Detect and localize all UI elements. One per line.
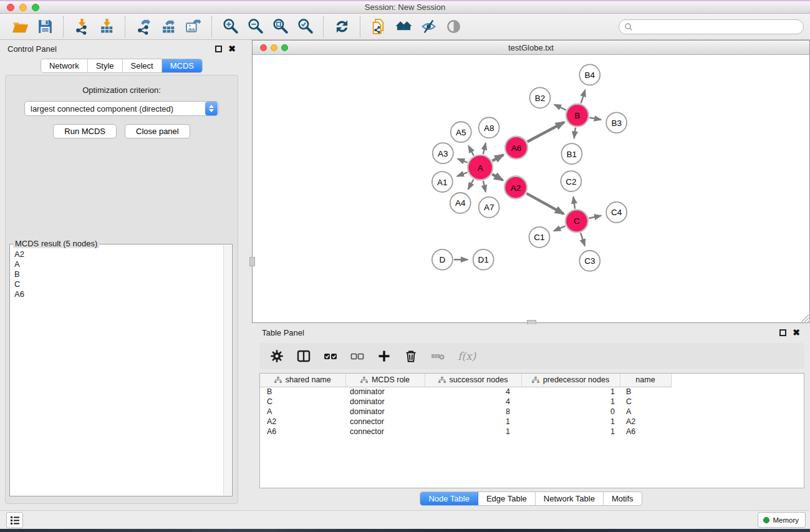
cell[interactable]: dominator xyxy=(345,387,425,397)
node-A5[interactable]: A5 xyxy=(451,122,471,142)
edge-B-B3[interactable] xyxy=(589,117,600,119)
edge-B-B1[interactable] xyxy=(574,128,576,138)
node-B4[interactable]: B4 xyxy=(579,64,600,85)
network-canvas[interactable]: B4B2BB3A5A8A6A3B1AC2A1A2A4A7C4CC1C3DD1 xyxy=(253,55,809,322)
node-D1[interactable]: D1 xyxy=(473,249,494,270)
column-header-successor-nodes[interactable]: successor nodes xyxy=(425,374,521,387)
cell[interactable]: A xyxy=(260,407,345,417)
tab-motifs[interactable]: Motifs xyxy=(604,492,642,505)
table-row[interactable]: Adominator80A xyxy=(260,407,804,417)
save-session-button[interactable] xyxy=(32,16,57,38)
open-session-button[interactable] xyxy=(7,16,32,38)
column-header-MCDS-role[interactable]: MCDS role xyxy=(345,374,425,387)
cell[interactable]: C xyxy=(260,397,345,407)
column-header-shared-name[interactable]: shared name xyxy=(260,374,345,387)
cell[interactable]: connector xyxy=(345,417,425,427)
export-table-button[interactable] xyxy=(156,16,181,38)
tab-select[interactable]: Select xyxy=(123,59,162,72)
node-A[interactable]: A xyxy=(468,155,493,180)
node-A1[interactable]: A1 xyxy=(432,172,453,192)
node-C2[interactable]: C2 xyxy=(561,171,581,191)
edge-A-A6[interactable] xyxy=(492,155,503,161)
node-C3[interactable]: C3 xyxy=(579,251,600,271)
node-D[interactable]: D xyxy=(432,249,453,270)
show-graphics-details-button[interactable] xyxy=(441,16,466,38)
cell[interactable]: 1 xyxy=(521,387,620,397)
show-panels-button[interactable] xyxy=(6,512,23,528)
tab-edge-table[interactable]: Edge Table xyxy=(478,492,536,505)
cell[interactable]: C xyxy=(620,397,671,407)
import-table-button[interactable] xyxy=(94,16,119,38)
edge-C-C1[interactable] xyxy=(554,226,565,231)
close-table-panel-icon[interactable]: ✖ xyxy=(793,329,800,336)
delete-table-button[interactable] xyxy=(431,349,445,364)
node-B1[interactable]: B1 xyxy=(561,143,582,164)
column-layout-button[interactable] xyxy=(297,349,311,364)
close-panel-icon[interactable]: ✖ xyxy=(228,46,236,52)
network-zoom-button[interactable] xyxy=(281,44,288,51)
import-network-button[interactable] xyxy=(69,16,94,38)
cell[interactable]: 0 xyxy=(521,407,620,417)
cell[interactable]: B xyxy=(260,387,345,397)
edge-A6-B[interactable] xyxy=(528,122,564,142)
node-A8[interactable]: A8 xyxy=(479,117,499,138)
edge-A-A3[interactable] xyxy=(458,159,468,163)
close-window-button[interactable] xyxy=(7,4,14,11)
node-C[interactable]: C xyxy=(566,210,588,232)
cell[interactable]: B xyxy=(620,387,671,397)
edge-C-C4[interactable] xyxy=(589,216,601,218)
float-panel-icon[interactable] xyxy=(215,46,222,52)
node-C1[interactable]: C1 xyxy=(529,227,550,248)
edge-A-A4[interactable] xyxy=(468,180,474,190)
cell[interactable]: 4 xyxy=(425,387,521,397)
table-row[interactable]: Bdominator41B xyxy=(260,387,804,397)
result-item[interactable]: A xyxy=(14,259,219,269)
zoom-selected-button[interactable] xyxy=(292,16,317,38)
tab-node-table[interactable]: Node Table xyxy=(420,492,478,505)
edge-A-A5[interactable] xyxy=(468,146,473,155)
hide-graphics-details-button[interactable] xyxy=(416,16,441,38)
optimization-criterion-select[interactable]: largest connected component (directed) xyxy=(24,101,219,116)
cell[interactable]: A6 xyxy=(260,427,345,437)
home-button[interactable] xyxy=(391,16,416,38)
mcds-result-list[interactable]: A2ABCA6 xyxy=(10,246,223,495)
table-row[interactable]: A2connector11A2 xyxy=(260,417,804,427)
edge-A2-C[interactable] xyxy=(527,193,564,214)
cell[interactable]: 1 xyxy=(521,427,620,437)
refresh-button[interactable] xyxy=(329,16,354,38)
settings-button[interactable] xyxy=(270,349,284,364)
node-B2[interactable]: B2 xyxy=(530,87,551,108)
result-item[interactable]: B xyxy=(14,269,219,279)
result-item[interactable]: C xyxy=(14,279,219,289)
cell[interactable]: A6 xyxy=(620,427,671,437)
node-B3[interactable]: B3 xyxy=(606,112,627,133)
close-panel-button[interactable]: Close panel xyxy=(125,124,190,138)
network-close-button[interactable] xyxy=(260,44,267,51)
column-header-predecessor-nodes[interactable]: predecessor nodes xyxy=(521,374,620,387)
cell[interactable]: 1 xyxy=(425,417,521,427)
tab-network[interactable]: Network xyxy=(41,59,88,72)
node-A2[interactable]: A2 xyxy=(504,177,527,199)
zoom-out-button[interactable] xyxy=(243,16,268,38)
search-input[interactable] xyxy=(633,22,803,32)
cell[interactable]: connector xyxy=(345,427,425,437)
result-item[interactable]: A2 xyxy=(14,249,219,259)
minimize-window-button[interactable] xyxy=(19,4,27,11)
edge-C-C2[interactable] xyxy=(573,197,575,209)
node-A6[interactable]: A6 xyxy=(505,137,528,159)
node-A3[interactable]: A3 xyxy=(433,143,453,163)
cell[interactable]: 8 xyxy=(425,407,521,417)
network-graph-svg[interactable]: B4B2BB3A5A8A6A3B1AC2A1A2A4A7C4CC1C3DD1 xyxy=(253,55,809,322)
tab-style[interactable]: Style xyxy=(88,59,123,72)
node-A7[interactable]: A7 xyxy=(479,197,499,218)
cell[interactable]: dominator xyxy=(345,407,425,417)
resize-grip-icon[interactable] xyxy=(801,314,809,322)
tab-network-table[interactable]: Network Table xyxy=(536,492,604,505)
node-B[interactable]: B xyxy=(566,104,589,127)
table-row[interactable]: Cdominator41C xyxy=(260,397,804,407)
cell[interactable]: A xyxy=(620,407,671,417)
cell[interactable]: A2 xyxy=(260,417,345,427)
network-minimize-button[interactable] xyxy=(271,44,277,51)
edge-A-A2[interactable] xyxy=(492,174,503,180)
network-window-titlebar[interactable]: testGlobe.txt xyxy=(253,41,809,55)
